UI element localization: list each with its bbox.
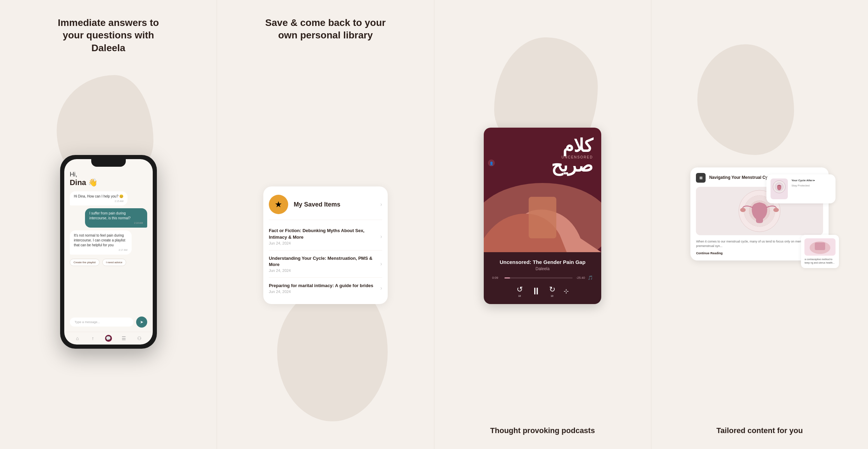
chat-input-placeholder[interactable]: Type a message...: [70, 318, 133, 327]
phone-content-area: Hi, Dina 👋 Hi Dina, How can I help you? …: [64, 167, 153, 332]
time-total: -25:40: [575, 276, 585, 280]
skip-forward-container[interactable]: ↻ 10: [549, 285, 555, 297]
library-item-text-2: Preparing for marital intimacy: A guide …: [269, 283, 376, 294]
library-item-title-0: Fact or Fiction: Debunking Myths About S…: [269, 228, 376, 240]
library-item-0[interactable]: Fact or Fiction: Debunking Myths About S…: [269, 223, 382, 250]
podcast-card: كلامصريح UNCENSORED 👤: [484, 128, 601, 304]
nav-home-icon[interactable]: ⌂: [74, 335, 81, 342]
skip-forward-icon: ↻: [549, 285, 555, 294]
svg-point-9: [740, 208, 746, 212]
library-item-date-0: Jun 24, 2024: [269, 241, 376, 245]
phone-nav-bar: ⌂ ↑ 💬 ☰ ⚇: [64, 332, 153, 345]
svg-text:👤: 👤: [489, 161, 494, 166]
decorative-blob-4: [697, 44, 794, 155]
phone-notch: [91, 159, 126, 167]
article-small-excerpt: Stay Protected: [791, 184, 815, 187]
article-doc-icon: ▦: [699, 176, 702, 180]
articles-container: Your Cycle After ▸ Stay Protected ▦ Navi…: [690, 17, 829, 415]
skip-back-icon: ↺: [517, 285, 523, 294]
extra-card-text: a contraceptive method to keep ng and ut…: [804, 258, 836, 265]
podcast-artwork: كلامصريح UNCENSORED 👤: [484, 128, 601, 252]
progress-bar[interactable]: [504, 277, 573, 278]
articles-stack: Your Cycle After ▸ Stay Protected ▦ Navi…: [690, 167, 829, 265]
library-item-2[interactable]: Preparing for marital intimacy: A guide …: [269, 278, 382, 299]
panel-library: Save & come back to your own personal li…: [217, 0, 434, 449]
time-current: 0:09: [492, 276, 502, 280]
nav-doc-icon[interactable]: ☰: [120, 335, 127, 342]
library-item-date-2: Jun 24, 2024: [269, 290, 376, 294]
message-text-3: It's not normal to feel pain during inte…: [74, 233, 125, 247]
message-text-2: I suffer from pain during intercourse, i…: [89, 211, 131, 220]
skip-back-container[interactable]: ↺ 10: [517, 285, 523, 297]
nav-people-icon[interactable]: ⚇: [136, 335, 143, 342]
article-card-extra[interactable]: a contraceptive method to keep ng and ut…: [801, 235, 839, 268]
article-small-text: Your Cycle After ▸ Stay Protected: [791, 178, 815, 187]
suggestion-buttons-area: Create the playlist I need advice: [70, 259, 147, 266]
podcast-show-name: Daleela: [492, 266, 593, 271]
library-items-list: Fact or Fiction: Debunking Myths About S…: [269, 223, 382, 299]
podcast-container: كلامصريح UNCENSORED 👤: [477, 17, 608, 415]
saved-items-icon: ★: [269, 195, 288, 214]
progress-bar-area: 0:09 -25:40 🎵: [492, 275, 593, 280]
saved-items-chevron: ›: [380, 201, 382, 208]
progress-fill: [504, 277, 510, 278]
send-button[interactable]: ➤: [136, 317, 147, 328]
library-item-chevron-2: ›: [380, 285, 382, 291]
phone-frame: Hi, Dina 👋 Hi Dina, How can I help you? …: [60, 155, 157, 349]
library-item-text-0: Fact or Fiction: Debunking Myths About S…: [269, 228, 376, 245]
library-item-chevron-0: ›: [380, 233, 382, 240]
article-card-small[interactable]: Your Cycle After ▸ Stay Protected: [766, 174, 836, 203]
chat-input-area: Type a message... ➤: [70, 317, 147, 328]
suggestion-btn-advice[interactable]: I need advice: [102, 259, 126, 266]
library-item-1[interactable]: Understanding Your Cycle: Menstruation, …: [269, 250, 382, 278]
saved-items-label: My Saved Items: [294, 201, 375, 208]
send-icon: ➤: [140, 320, 143, 324]
chat-bubble-received-2: It's not normal to feel pain during inte…: [70, 230, 132, 255]
nav-chat-icon[interactable]: 💬: [105, 335, 112, 342]
article-icon: ▦: [696, 173, 706, 183]
chat-area: Hi Dina, How can I help you? 😊 2:15 AM I…: [70, 191, 147, 314]
nav-share-icon[interactable]: ↑: [89, 335, 96, 342]
svg-point-10: [773, 208, 779, 212]
library-container: ★ My Saved Items › Fact or Fiction: Debu…: [256, 56, 395, 435]
star-icon: ★: [275, 200, 282, 209]
panel-chat-title: Immediate answers to your questions with…: [46, 17, 171, 54]
phone-mockup: Hi, Dina 👋 Hi Dina, How can I help you? …: [53, 68, 164, 435]
panel-chat: Immediate answers to your questions with…: [0, 0, 217, 449]
podcast-player: Uncensored: The Gender Pain Gap Daleela …: [484, 252, 601, 304]
greeting-name: Dina 👋: [70, 178, 147, 187]
message-time-3: 2:17 AM: [74, 248, 128, 252]
panel-articles-subtitle: Tailored content for you: [716, 426, 803, 435]
message-time-1: 2:15 AM: [74, 200, 124, 203]
panel-podcast: كلامصريح UNCENSORED 👤: [434, 0, 651, 449]
message-time-2: 2:16 AM: [89, 221, 143, 225]
skip-back-label: 10: [518, 295, 521, 297]
phone-screen: Hi, Dina 👋 Hi Dina, How can I help you? …: [64, 159, 153, 345]
extra-card-image: [804, 238, 836, 256]
panel-library-title: Save & come back to your own personal li…: [263, 17, 388, 42]
saved-items-row[interactable]: ★ My Saved Items ›: [269, 192, 382, 220]
skip-forward-label: 10: [551, 295, 554, 297]
library-item-title-1: Understanding Your Cycle: Menstruation, …: [269, 255, 376, 268]
greeting-block: Hi, Dina 👋: [70, 171, 147, 187]
message-text-1: Hi Dina, How can I help you? 😊: [74, 194, 124, 198]
podcast-episode-title: Uncensored: The Gender Pain Gap: [492, 259, 593, 265]
panel-articles: Your Cycle After ▸ Stay Protected ▦ Navi…: [651, 0, 868, 449]
cycle-mini-svg: [772, 179, 787, 198]
svg-rect-12: [815, 242, 825, 250]
article-small-image: [771, 178, 788, 199]
player-controls: ↺ 10 ⏸ ↻ 10 ⊹: [492, 285, 593, 297]
library-item-chevron-1: ›: [380, 261, 382, 267]
extra-card-svg: [808, 239, 832, 255]
play-pause-button[interactable]: ⏸: [531, 285, 541, 297]
suggestion-btn-playlist[interactable]: Create the playlist: [70, 259, 100, 266]
svg-rect-1: [529, 197, 556, 238]
library-card: ★ My Saved Items › Fact or Fiction: Debu…: [263, 186, 388, 304]
library-item-date-1: Jun 24, 2024: [269, 268, 376, 273]
volume-icon: 🎵: [588, 275, 593, 280]
chat-bubble-sent-1: I suffer from pain during intercourse, i…: [85, 208, 147, 228]
hands-illustration: 👤: [484, 155, 601, 252]
library-item-text-1: Understanding Your Cycle: Menstruation, …: [269, 255, 376, 273]
airplay-button[interactable]: ⊹: [564, 287, 569, 295]
chat-bubble-received-1: Hi Dina, How can I help you? 😊 2:15 AM: [70, 191, 128, 206]
